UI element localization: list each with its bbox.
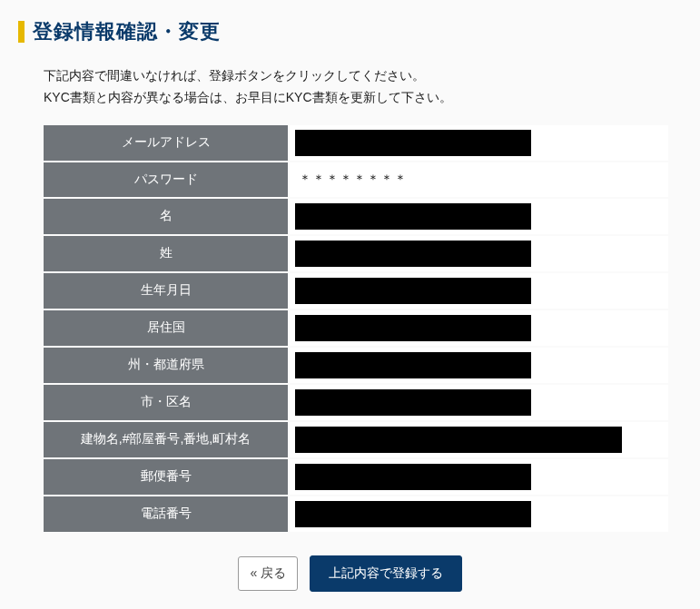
redacted-value [295,241,531,267]
row-city: 市・区名 [44,384,668,421]
instruction-line-1: 下記内容で間違いなければ、登録ボタンをクリックしてください。 [44,65,682,87]
value-phone [289,496,668,532]
row-password: パスワード ＊＊＊＊＊＊＊＊ [44,162,668,198]
value-birthdate [289,272,668,309]
page-title: 登録情報確認・変更 [33,18,221,45]
value-state [289,347,668,384]
label-last-name: 姓 [44,235,289,272]
redacted-value [295,315,531,341]
back-button[interactable]: « 戻る [238,556,298,591]
instructions: 下記内容で間違いなければ、登録ボタンをクリックしてください。 KYC書類と内容が… [44,65,682,109]
label-postal: 郵便番号 [44,458,289,496]
value-postal [289,458,668,496]
row-birthdate: 生年月日 [44,272,668,309]
redacted-value [295,130,531,156]
value-first-name [289,198,668,235]
label-first-name: 名 [44,198,289,235]
registration-form-table: メールアドレス パスワード ＊＊＊＊＊＊＊＊ 名 姓 生年月日 居住国 州・都道… [44,125,668,532]
value-country [289,309,668,347]
row-last-name: 姓 [44,235,668,272]
button-row: « 戻る 上記内容で登録する [18,555,682,592]
redacted-value [295,278,531,304]
row-building: 建物名,#部屋番号,番地,町村名 [44,421,668,458]
redacted-value [295,427,622,453]
row-email: メールアドレス [44,125,668,162]
value-password: ＊＊＊＊＊＊＊＊ [289,162,668,198]
label-phone: 電話番号 [44,496,289,532]
row-country: 居住国 [44,309,668,347]
redacted-value [295,203,531,230]
row-phone: 電話番号 [44,496,668,532]
row-first-name: 名 [44,198,668,235]
row-postal: 郵便番号 [44,458,668,496]
page-title-wrap: 登録情報確認・変更 [18,18,682,45]
label-state: 州・都道府県 [44,347,289,384]
label-password: パスワード [44,162,289,198]
label-city: 市・区名 [44,384,289,421]
redacted-value [295,352,531,378]
label-country: 居住国 [44,309,289,347]
instruction-line-2: KYC書類と内容が異なる場合は、お早目にKYC書類を更新して下さい。 [44,87,682,109]
label-email: メールアドレス [44,125,289,162]
redacted-value [295,389,531,416]
value-building [289,421,668,458]
label-birthdate: 生年月日 [44,272,289,309]
value-last-name [289,235,668,272]
submit-button[interactable]: 上記内容で登録する [310,555,462,592]
value-email [289,125,668,162]
label-building: 建物名,#部屋番号,番地,町村名 [44,421,289,458]
password-masked: ＊＊＊＊＊＊＊＊ [295,172,408,186]
title-accent-bar [18,21,25,43]
redacted-value [295,501,531,527]
value-city [289,384,668,421]
redacted-value [295,464,531,490]
row-state: 州・都道府県 [44,347,668,384]
